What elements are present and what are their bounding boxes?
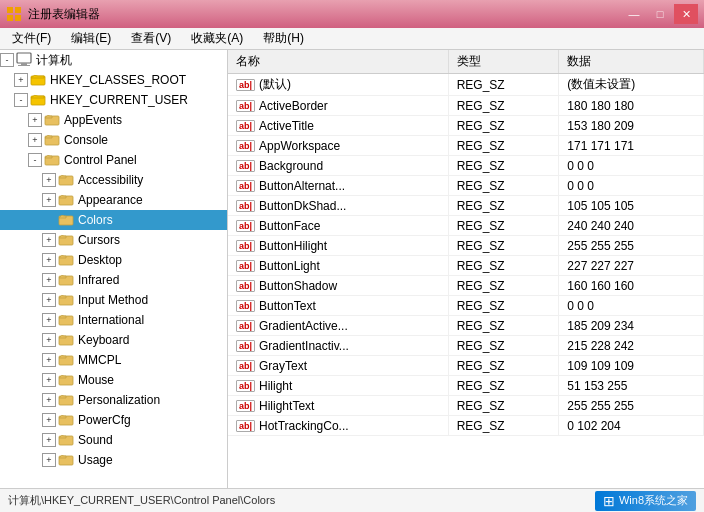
expand-button[interactable]: + — [42, 193, 56, 207]
tree-node-mmcpl[interactable]: +MMCPL — [0, 350, 227, 370]
expand-button[interactable]: + — [42, 453, 56, 467]
registry-type-cell: REG_SZ — [448, 216, 559, 236]
tree-panel[interactable]: -计算机+HKEY_CLASSES_ROOT-HKEY_CURRENT_USER… — [0, 50, 228, 488]
tree-node-sound[interactable]: +Sound — [0, 430, 227, 450]
menu-item[interactable]: 帮助(H) — [255, 28, 312, 49]
tree-node-current_user[interactable]: -HKEY_CURRENT_USER — [0, 90, 227, 110]
tree-node-cursors[interactable]: +Cursors — [0, 230, 227, 250]
table-row[interactable]: ab|HilightTextREG_SZ255 255 255 — [228, 396, 704, 416]
table-row[interactable]: ab|ButtonTextREG_SZ0 0 0 — [228, 296, 704, 316]
expand-button[interactable]: + — [14, 73, 28, 87]
expand-button[interactable]: - — [28, 153, 42, 167]
expand-button[interactable]: + — [42, 273, 56, 287]
table-row[interactable]: ab|AppWorkspaceREG_SZ171 171 171 — [228, 136, 704, 156]
tree-node-inputmethod[interactable]: +Input Method — [0, 290, 227, 310]
table-row[interactable]: ab|GradientActive...REG_SZ185 209 234 — [228, 316, 704, 336]
table-row[interactable]: ab|ButtonLightREG_SZ227 227 227 — [228, 256, 704, 276]
menu-bar: 文件(F)编辑(E)查看(V)收藏夹(A)帮助(H) — [0, 28, 704, 50]
table-row[interactable]: ab|ActiveTitleREG_SZ153 180 209 — [228, 116, 704, 136]
reg-type-icon: ab| — [236, 160, 255, 172]
folder-icon — [16, 52, 32, 69]
maximize-button[interactable]: □ — [648, 4, 672, 24]
tree-node-usage[interactable]: +Usage — [0, 450, 227, 470]
folder-icon — [30, 92, 46, 109]
registry-name: Hilight — [259, 379, 292, 393]
tree-node-international[interactable]: +International — [0, 310, 227, 330]
registry-table: 名称类型数据 ab|(默认)REG_SZ(数值未设置)ab|ActiveBord… — [228, 50, 704, 436]
expand-button[interactable]: + — [28, 113, 42, 127]
expand-button[interactable]: + — [42, 373, 56, 387]
close-button[interactable]: ✕ — [674, 4, 698, 24]
menu-item[interactable]: 收藏夹(A) — [183, 28, 251, 49]
table-row[interactable]: ab|BackgroundREG_SZ0 0 0 — [228, 156, 704, 176]
tree-node-keyboard[interactable]: +Keyboard — [0, 330, 227, 350]
menu-item[interactable]: 编辑(E) — [63, 28, 119, 49]
menu-item[interactable]: 查看(V) — [123, 28, 179, 49]
tree-node-accessibility[interactable]: +Accessibility — [0, 170, 227, 190]
expand-button[interactable]: + — [42, 293, 56, 307]
table-row[interactable]: ab|ButtonAlternat...REG_SZ0 0 0 — [228, 176, 704, 196]
table-row[interactable]: ab|ButtonHilightREG_SZ255 255 255 — [228, 236, 704, 256]
expand-button[interactable]: + — [42, 393, 56, 407]
table-row[interactable]: ab|HilightREG_SZ51 153 255 — [228, 376, 704, 396]
minimize-button[interactable]: — — [622, 4, 646, 24]
registry-name-cell: ab|HilightText — [228, 396, 448, 416]
expand-button[interactable]: + — [42, 433, 56, 447]
registry-name: HilightText — [259, 399, 314, 413]
tree-node-console[interactable]: +Console — [0, 130, 227, 150]
folder-icon — [58, 172, 74, 189]
tree-node-appevents[interactable]: +AppEvents — [0, 110, 227, 130]
tree-node-computer[interactable]: -计算机 — [0, 50, 227, 70]
table-column-header[interactable]: 名称 — [228, 50, 448, 74]
registry-name: ButtonShadow — [259, 279, 337, 293]
table-row[interactable]: ab|ButtonShadowREG_SZ160 160 160 — [228, 276, 704, 296]
expand-button[interactable]: - — [0, 53, 14, 67]
tree-node-colors[interactable]: Colors — [0, 210, 227, 230]
tree-node-label: Keyboard — [78, 333, 129, 347]
registry-type-cell: REG_SZ — [448, 176, 559, 196]
tree-node-personalization[interactable]: +Personalization — [0, 390, 227, 410]
registry-name-cell: ab|GrayText — [228, 356, 448, 376]
tree-node-desktop[interactable]: +Desktop — [0, 250, 227, 270]
expand-button[interactable]: + — [42, 333, 56, 347]
registry-data-cell: 180 180 180 — [559, 96, 704, 116]
title-bar-title: 注册表编辑器 — [28, 6, 100, 23]
svg-rect-0 — [7, 7, 13, 13]
registry-name: ButtonHilight — [259, 239, 327, 253]
expand-button[interactable]: + — [42, 233, 56, 247]
table-column-header[interactable]: 数据 — [559, 50, 704, 74]
list-panel[interactable]: 名称类型数据 ab|(默认)REG_SZ(数值未设置)ab|ActiveBord… — [228, 50, 704, 488]
reg-type-icon: ab| — [236, 280, 255, 292]
table-row[interactable]: ab|GradientInactiv...REG_SZ215 228 242 — [228, 336, 704, 356]
table-column-header[interactable]: 类型 — [448, 50, 559, 74]
expand-button[interactable]: + — [42, 313, 56, 327]
tree-node-classes_root[interactable]: +HKEY_CLASSES_ROOT — [0, 70, 227, 90]
registry-data-cell: 255 255 255 — [559, 396, 704, 416]
title-bar: 注册表编辑器 — □ ✕ — [0, 0, 704, 28]
folder-icon — [58, 192, 74, 209]
expand-button[interactable]: + — [28, 133, 42, 147]
table-row[interactable]: ab|ActiveBorderREG_SZ180 180 180 — [228, 96, 704, 116]
tree-node-controlpanel[interactable]: -Control Panel — [0, 150, 227, 170]
expand-button[interactable]: + — [42, 353, 56, 367]
registry-name-cell: ab|ButtonLight — [228, 256, 448, 276]
expand-button[interactable]: + — [42, 413, 56, 427]
tree-node-powercfg[interactable]: +PowerCfg — [0, 410, 227, 430]
table-row[interactable]: ab|HotTrackingCo...REG_SZ0 102 204 — [228, 416, 704, 436]
table-row[interactable]: ab|ButtonFaceREG_SZ240 240 240 — [228, 216, 704, 236]
tree-node-label: Cursors — [78, 233, 120, 247]
tree-node-infrared[interactable]: +Infrared — [0, 270, 227, 290]
registry-name-cell: ab|ButtonShadow — [228, 276, 448, 296]
expand-button[interactable]: + — [42, 173, 56, 187]
table-row[interactable]: ab|ButtonDkShad...REG_SZ105 105 105 — [228, 196, 704, 216]
table-row[interactable]: ab|(默认)REG_SZ(数值未设置) — [228, 74, 704, 96]
expand-button[interactable]: + — [42, 253, 56, 267]
expand-button[interactable]: - — [14, 93, 28, 107]
menu-item[interactable]: 文件(F) — [4, 28, 59, 49]
table-row[interactable]: ab|GrayTextREG_SZ109 109 109 — [228, 356, 704, 376]
registry-name-cell: ab|Background — [228, 156, 448, 176]
tree-node-mouse[interactable]: +Mouse — [0, 370, 227, 390]
reg-type-icon: ab| — [236, 400, 255, 412]
tree-node-label: Usage — [78, 453, 113, 467]
tree-node-appearance[interactable]: +Appearance — [0, 190, 227, 210]
